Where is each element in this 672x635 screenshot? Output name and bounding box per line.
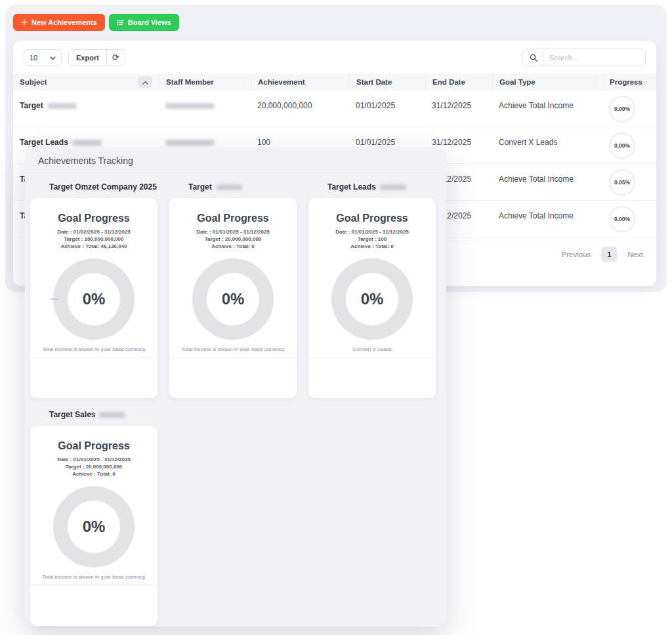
donut-percent-label: 0% [346,273,398,325]
redacted-text [99,412,125,418]
previous-button[interactable]: Previous [562,251,591,258]
goal-date: Date : 01/02/2025 - 31/12/2025 [30,228,158,236]
header-staff-member[interactable]: Staff Member [159,73,251,91]
redacted-text [380,184,406,190]
new-achievements-label: New Achievements [32,18,97,26]
divider [169,357,297,358]
cell-goal-type: Achieve Total Income [492,91,602,127]
goal-progress-card[interactable]: Goal Progress Date : 01/01/2025 - 31/12/… [308,198,436,398]
board-views-button[interactable]: Board Views [109,14,179,31]
goal-date: Date : 01/01/2025 - 31/12/2025 [308,228,436,236]
header-achievement[interactable]: Achievement [251,73,349,91]
company-logo-avatar [30,180,45,194]
cell-progress: 0.05% [602,164,656,200]
goal-block: Target Leads Goal Progress Date : 01/01/… [308,176,436,398]
cell-staff-member [159,91,251,127]
donut-percent-label: 0% [68,501,120,553]
goal-footer-note: Total income is shown in your base curre… [30,574,158,580]
cell-goal-type: Achieve Total Income [492,201,602,237]
action-buttons: New Achievements Board Views [13,14,179,31]
table-row[interactable]: Target 20,000,000,000 01/01/2025 31/12/2… [13,91,656,127]
progress-badge: 0.05% [609,169,635,195]
goal-date: Date : 01/01/2025 - 31/12/2025 [169,228,297,236]
page-size-select[interactable]: 10 [24,49,62,66]
cell-end-date: 31/12/2025 [425,91,492,127]
goal-target: Target : 100 [308,236,436,243]
board-views-label: Board Views [128,18,171,26]
goal-target: Target : 20,000,000,000 [30,463,158,470]
goal-card-header: Target Leads [308,176,436,198]
progress-donut-chart: 0% [53,486,135,567]
divider [308,357,436,358]
header-start-date[interactable]: Start Date [349,73,425,91]
cell-start-date: 01/01/2025 [349,91,425,127]
goal-progress-details: Date : 01/01/2025 - 31/12/2025 Target : … [30,456,158,478]
progress-badge: 0.00% [609,96,635,122]
progress-donut-chart: 0% [331,258,413,340]
goal-target: Target : 100,000,000,000 [30,236,158,243]
page-number-button[interactable]: 1 [601,247,617,262]
next-button[interactable]: Next [627,251,643,258]
table-header-row: Subject Staff Member Achievement Start D… [13,73,656,91]
list-icon [117,19,124,26]
redacted-text [72,140,102,146]
goal-card-header: Target Sales [30,403,158,426]
achievements-tracking-panel: Achievements Tracking Target Omzet Compa… [25,147,446,626]
cell-subject: Target [13,91,159,127]
goal-progress-card[interactable]: Goal Progress Date : 01/01/2025 - 31/12/… [30,426,158,626]
progress-badge: 0.00% [609,206,635,232]
cell-progress: 0.00% [602,91,656,127]
search-input[interactable] [544,54,645,62]
goal-progress-card[interactable]: Goal Progress Date : 01/02/2025 - 31/12/… [30,198,158,398]
chevron-down-icon [50,54,56,62]
goal-target: Target : 20,000,000,000 [169,236,297,243]
header-goal-type[interactable]: Goal Type [492,73,602,91]
goal-card-title: Target Sales [49,410,125,419]
goal-progress-heading: Goal Progress [30,198,158,224]
goal-footer-note: Convert X Leads [308,346,436,352]
goal-progress-details: Date : 01/01/2025 - 31/12/2025 Target : … [169,228,297,250]
goal-progress-details: Date : 01/01/2025 - 31/12/2025 Target : … [308,228,436,250]
goal-achieve: Achieve : Total: 0 [169,243,297,250]
redacted-text [165,103,215,109]
table-toolbar: 10 Export ⟳ [13,41,656,73]
goal-block: Target Omzet Company 2025 Goal Progress … [30,176,158,398]
goal-card-title: Target Leads [327,182,406,192]
export-group: Export ⟳ [68,49,125,66]
goal-progress-card[interactable]: Goal Progress Date : 01/01/2025 - 31/12/… [169,198,297,398]
divider [30,584,158,585]
header-subject[interactable]: Subject [13,73,159,91]
cell-achievement: 20,000,000,000 [251,91,349,127]
new-achievements-button[interactable]: New Achievements [13,14,105,31]
refresh-icon: ⟳ [112,52,119,62]
donut-progress-tick [51,298,58,300]
goal-card-title: Target Omzet Company 2025 [49,182,157,192]
goal-card-grid: Target Omzet Company 2025 Goal Progress … [25,173,446,626]
goal-block: Target Sales Goal Progress Date : 01/01/… [30,403,158,626]
redacted-text [47,103,77,109]
redacted-text [216,184,242,190]
sort-asc-button[interactable] [138,76,152,88]
progress-donut-chart: 0% [53,258,135,340]
goal-card-title: Target [188,182,242,192]
goal-achieve: Achieve : Total: 0 [308,243,436,250]
export-button[interactable]: Export [69,50,106,65]
cell-progress: 0.00% [602,201,656,237]
header-end-date[interactable]: End Date [425,73,492,91]
page-size-value: 10 [30,54,37,62]
goal-progress-heading: Goal Progress [30,426,158,452]
panel-title: Achievements Tracking [25,147,446,173]
donut-percent-label: 0% [68,273,120,325]
cell-goal-type: Achieve Total Income [492,164,602,200]
donut-percent-label: 0% [207,273,259,325]
goal-progress-heading: Goal Progress [169,198,297,224]
search-box [522,49,646,66]
goal-footer-note: Total income is shown in your base curre… [169,346,297,352]
divider [30,357,158,358]
goal-date: Date : 01/01/2025 - 31/12/2025 [30,456,158,463]
header-progress[interactable]: Progress [602,73,656,91]
goal-achieve: Achieve : Total: 46,136,040 [30,243,158,250]
goal-card-header: Target [169,176,297,198]
refresh-button[interactable]: ⟳ [106,50,125,65]
goal-progress-heading: Goal Progress [308,198,436,224]
